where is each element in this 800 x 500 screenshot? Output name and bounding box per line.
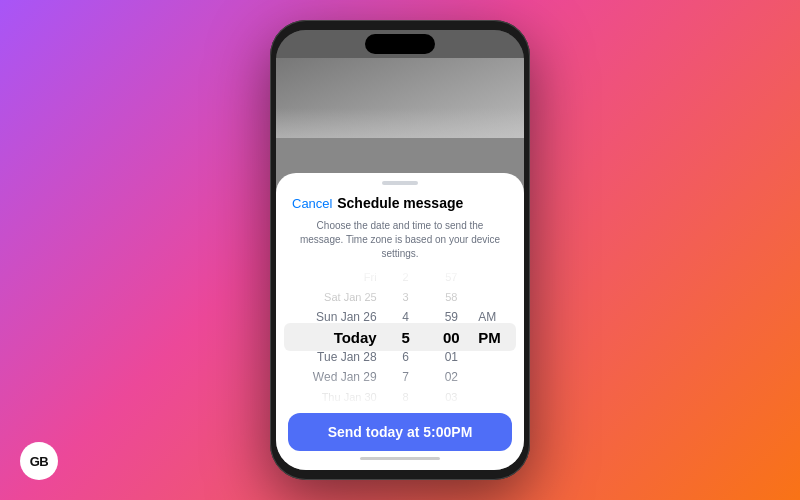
modal-header: Cancel Schedule message	[276, 185, 524, 217]
phone-screen: Cancel Schedule message Choose the date …	[276, 30, 524, 470]
cancel-button[interactable]: Cancel	[292, 196, 332, 211]
list-item	[478, 267, 481, 287]
list-item: Wed Jan 29	[313, 367, 377, 387]
list-item	[478, 387, 482, 407]
list-item: 6	[402, 347, 409, 367]
list-item	[478, 367, 482, 387]
list-item: 58	[445, 287, 457, 307]
phone-top-bar	[276, 30, 524, 58]
pickers: Fri Sat Jan 25 Sun Jan 26 Today Tue Jan …	[276, 267, 524, 407]
list-item	[478, 347, 482, 367]
list-item: 3	[403, 287, 409, 307]
list-item: 00	[443, 327, 460, 347]
phone-wrapper: Cancel Schedule message Choose the date …	[270, 20, 530, 480]
list-item: 03	[445, 387, 457, 407]
phone-background-image	[276, 58, 524, 138]
picker-col-ampm[interactable]: AM PM	[474, 267, 524, 407]
list-item: 01	[445, 347, 458, 367]
picker-container[interactable]: Fri Sat Jan 25 Sun Jan 26 Today Tue Jan …	[276, 267, 524, 407]
list-item: Sat Jan 25	[324, 287, 377, 307]
list-item: Today	[334, 327, 377, 347]
list-item: Thu Jan 30	[322, 387, 377, 407]
modal-sheet: Cancel Schedule message Choose the date …	[276, 173, 524, 470]
list-item: 02	[445, 367, 458, 387]
picker-col-hour[interactable]: 2 3 4 5 6 7 8	[383, 267, 429, 407]
list-item: 4	[402, 307, 409, 327]
list-item: Sun Jan 26	[316, 307, 377, 327]
list-item: AM	[478, 307, 496, 327]
list-item: 8	[403, 387, 409, 407]
list-item: 7	[402, 367, 409, 387]
list-item: 2	[403, 267, 409, 287]
list-item: Tue Jan 28	[317, 347, 377, 367]
list-item: PM	[478, 327, 501, 347]
modal-title: Schedule message	[337, 195, 463, 211]
list-item: 59	[445, 307, 458, 327]
picker-col-date[interactable]: Fri Sat Jan 25 Sun Jan 26 Today Tue Jan …	[276, 267, 383, 407]
watermark-badge: GB	[20, 442, 58, 480]
modal-subtitle: Choose the date and time to send the mes…	[276, 217, 524, 267]
list-item	[478, 287, 481, 307]
home-indicator	[360, 457, 440, 460]
list-item: 5	[401, 327, 409, 347]
send-button[interactable]: Send today at 5:00PM	[288, 413, 512, 451]
list-item: Fri	[364, 267, 377, 287]
list-item: 57	[445, 267, 457, 287]
dynamic-island	[365, 34, 435, 54]
picker-col-minute[interactable]: 57 58 59 00 01 02 03	[428, 267, 474, 407]
